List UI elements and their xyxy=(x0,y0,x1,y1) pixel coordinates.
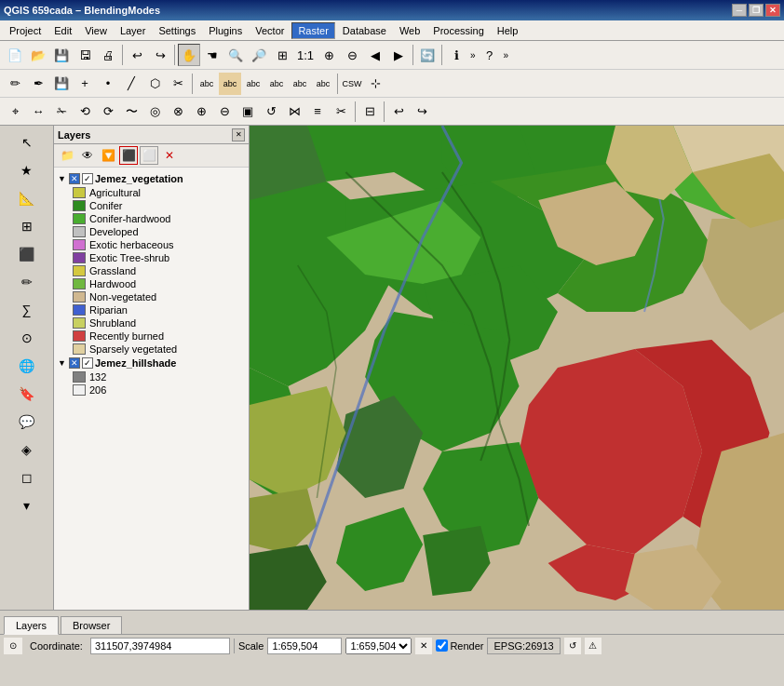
offset-curve-button[interactable]: ⟳ xyxy=(97,101,119,123)
tool-bookmarks[interactable]: 🔖 xyxy=(14,381,40,407)
layer-item-sparsely-veg[interactable]: Sparsely vegetated xyxy=(54,343,249,356)
lock-scale-button[interactable]: ✕ xyxy=(415,638,432,654)
tool-statistics[interactable]: ∑ xyxy=(14,297,40,323)
scale-input[interactable] xyxy=(267,638,342,654)
layer-item-exotic-herb[interactable]: Exotic herbaceous xyxy=(54,238,249,251)
help-button[interactable]: ? xyxy=(479,44,501,66)
vegetation-visibility-check[interactable]: ✕ xyxy=(69,173,80,184)
zoom-full-button[interactable]: ⊞ xyxy=(271,44,293,66)
render-checkbox[interactable] xyxy=(436,639,448,652)
capture-line-button[interactable]: ╱ xyxy=(120,73,142,95)
node-tool-button[interactable]: ⌖ xyxy=(4,101,26,123)
capture-point-button[interactable]: • xyxy=(97,73,119,95)
layer-item-exotic-tree[interactable]: Exotic Tree-shrub xyxy=(54,251,249,264)
layer-group-vegetation-header[interactable]: ▼ ✕ ✓ Jemez_vegetation xyxy=(54,171,249,186)
label-button-2[interactable]: abc xyxy=(219,73,241,95)
layer-item-132[interactable]: 132 xyxy=(54,370,249,383)
tool-gps[interactable]: ⊙ xyxy=(14,325,40,351)
menu-project[interactable]: Project xyxy=(4,23,47,38)
menu-layer[interactable]: Layer xyxy=(115,23,152,38)
open-project-button[interactable]: 📂 xyxy=(27,44,49,66)
save-edit-button[interactable]: 💾 xyxy=(50,73,73,95)
tool-wms[interactable]: ◈ xyxy=(14,437,40,463)
tool-select[interactable]: ↖ xyxy=(14,129,40,155)
save-as-button[interactable]: 🖫 xyxy=(74,44,96,66)
layer-item-riparian[interactable]: Riparian xyxy=(54,303,249,316)
capture-polygon-button[interactable]: ⬡ xyxy=(143,73,166,95)
menu-processing[interactable]: Processing xyxy=(427,23,489,38)
rotation-button[interactable]: ↺ xyxy=(564,638,581,654)
crs-button[interactable]: EPSG:26913 xyxy=(487,638,560,654)
label-button-3[interactable]: abc xyxy=(242,73,264,95)
layer-item-recently-burned[interactable]: Recently burned xyxy=(54,330,249,343)
label-button-4[interactable]: abc xyxy=(265,73,288,95)
save-project-button[interactable]: 💾 xyxy=(50,44,73,66)
expand-all-button[interactable]: ⬛ xyxy=(119,146,138,165)
csw-button[interactable]: CSW xyxy=(341,73,363,95)
menu-raster[interactable]: Raster xyxy=(291,22,334,39)
delete-selected-button[interactable]: ✂ xyxy=(167,73,189,95)
menu-database[interactable]: Database xyxy=(337,23,392,38)
georef-button[interactable]: ⊹ xyxy=(364,73,386,95)
menu-settings[interactable]: Settings xyxy=(153,23,201,38)
collapse-all-button[interactable]: ⬜ xyxy=(140,146,158,165)
merge-features-button[interactable]: ⋈ xyxy=(283,101,305,123)
add-ring-button[interactable]: ◎ xyxy=(143,101,166,123)
zoom-out2-button[interactable]: ⊖ xyxy=(341,44,363,66)
tool-more[interactable]: ▾ xyxy=(14,492,40,518)
tool-identify2[interactable]: ★ xyxy=(14,157,40,183)
layer-item-206[interactable]: 206 xyxy=(54,383,249,397)
digitize-button[interactable]: ✏ xyxy=(4,73,26,95)
layer-item-shrubland[interactable]: Shrubland xyxy=(54,316,249,330)
label-button-1[interactable]: abc xyxy=(196,73,218,95)
zoom-native-button[interactable]: 1:1 xyxy=(294,44,317,66)
menu-plugins[interactable]: Plugins xyxy=(203,23,248,38)
vegetation-check[interactable]: ✓ xyxy=(82,173,93,184)
layer-item-agricultural[interactable]: Agricultural xyxy=(54,186,249,199)
layer-item-non-vegetated[interactable]: Non-vegetated xyxy=(54,290,249,303)
layers-panel-close[interactable]: ✕ xyxy=(232,128,245,141)
delete-part-button[interactable]: ⊖ xyxy=(213,101,236,123)
add-group-button[interactable]: 📁 xyxy=(58,146,76,165)
split-feature-button[interactable]: ✁ xyxy=(50,101,73,123)
tool-composer[interactable]: ◻ xyxy=(14,464,40,491)
add-part-button[interactable]: ⊕ xyxy=(190,101,212,123)
undo-button[interactable]: ↩ xyxy=(126,44,148,66)
zoom-out-button[interactable]: 🔎 xyxy=(248,44,270,66)
tab-layers[interactable]: Layers xyxy=(4,616,59,635)
snap-button[interactable]: ⊟ xyxy=(358,101,381,123)
map-area[interactable] xyxy=(250,126,784,610)
edit-button[interactable]: ✒ xyxy=(27,73,49,95)
manage-layers-button[interactable]: 👁 xyxy=(78,146,97,165)
delete-ring-button[interactable]: ⊗ xyxy=(167,101,189,123)
layer-group-hillshade-header[interactable]: ▼ ✕ ✓ Jemez_hillshade xyxy=(54,356,249,370)
remove-layer-button[interactable]: ✕ xyxy=(160,146,179,165)
layer-item-hardwood[interactable]: Hardwood xyxy=(54,277,249,290)
layer-item-developed[interactable]: Developed xyxy=(54,225,249,238)
menu-view[interactable]: View xyxy=(79,23,113,38)
tab-browser[interactable]: Browser xyxy=(61,616,122,634)
simplify-button[interactable]: 〜 xyxy=(120,101,142,123)
warning-button[interactable]: ⚠ xyxy=(585,638,602,654)
fill-ring-button[interactable]: ▣ xyxy=(237,101,259,123)
zoom-in2-button[interactable]: ⊕ xyxy=(318,44,340,66)
hillshade-check[interactable]: ✓ xyxy=(82,357,93,369)
split-parts-button[interactable]: ✂ xyxy=(330,101,352,123)
rotate-point-button[interactable]: ↺ xyxy=(260,101,282,123)
refresh-button[interactable]: 🔄 xyxy=(416,44,439,66)
menu-vector[interactable]: Vector xyxy=(250,23,290,38)
redo2-button[interactable]: ↪ xyxy=(411,101,433,123)
hillshade-visibility-check[interactable]: ✕ xyxy=(69,357,80,369)
tool-annotation[interactable]: 💬 xyxy=(14,409,40,435)
filter-layers-button[interactable]: 🔽 xyxy=(99,146,117,165)
zoom-next-button[interactable]: ▶ xyxy=(387,44,410,66)
scale-dropdown[interactable]: 1:659,504 xyxy=(345,638,412,654)
minimize-button[interactable]: ─ xyxy=(732,4,747,17)
tool-deselect[interactable]: ✏ xyxy=(14,269,40,295)
coordinate-input[interactable] xyxy=(90,638,230,654)
zoom-prev-button[interactable]: ◀ xyxy=(364,44,386,66)
tool-globe[interactable]: 🌐 xyxy=(14,353,40,379)
print-button[interactable]: 🖨 xyxy=(97,44,119,66)
zoom-in-button[interactable]: 🔍 xyxy=(224,44,247,66)
menu-edit[interactable]: Edit xyxy=(48,23,77,38)
